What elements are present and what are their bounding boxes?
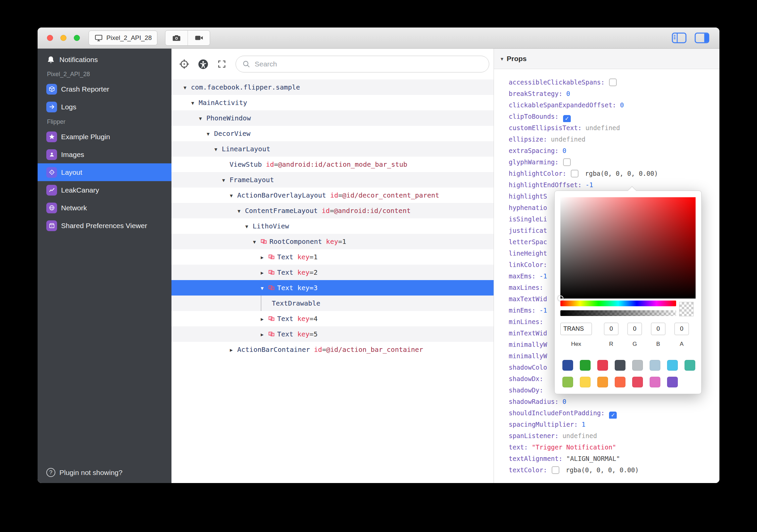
tree-node-actionbaroverlaylayout-id-decor-content-parent[interactable]: ▾ActionBarOverlayLayout id=@id/decor_con… bbox=[171, 188, 494, 203]
color-swatch[interactable] bbox=[615, 377, 625, 387]
prop-checkbox[interactable] bbox=[571, 170, 578, 177]
tree-node-textdrawable[interactable]: TextDrawable bbox=[171, 296, 494, 311]
chevron-down-icon[interactable]: ▾ bbox=[191, 96, 199, 110]
tree-node-contentframelayout-android-id-content[interactable]: ▾ContentFrameLayout id=@android:id/conte… bbox=[171, 203, 494, 218]
device-selector-button[interactable]: Pixel_2_API_28 bbox=[89, 31, 157, 45]
red-input[interactable] bbox=[604, 323, 618, 335]
tree-node-text-4[interactable]: ▸Text key=4 bbox=[171, 311, 494, 326]
hex-input[interactable] bbox=[560, 323, 592, 335]
sidebar-item-images[interactable]: Images bbox=[38, 146, 171, 163]
search-input[interactable] bbox=[254, 60, 483, 68]
hue-slider[interactable] bbox=[560, 301, 676, 306]
green-input[interactable] bbox=[627, 323, 642, 335]
tree-node-com-facebook-flipper-sample[interactable]: ▾com.facebook.flipper.sample bbox=[171, 79, 494, 95]
prop-checkbox[interactable] bbox=[609, 78, 617, 86]
screen-record-button[interactable] bbox=[188, 31, 210, 45]
tree-node-framelayout[interactable]: ▾FrameLayout bbox=[171, 172, 494, 188]
prop-value[interactable]: 0 bbox=[562, 398, 566, 405]
chevron-right-icon[interactable]: ▸ bbox=[230, 342, 237, 357]
sidebar-item-example-plugin[interactable]: Example Plugin bbox=[38, 128, 171, 146]
tree-node-text-1[interactable]: ▸Text key=1 bbox=[171, 249, 494, 265]
toggle-right-panel-button[interactable] bbox=[695, 33, 709, 43]
prop-value[interactable]: "ALIGN_NORMAL" bbox=[566, 455, 620, 462]
color-swatch[interactable] bbox=[597, 360, 608, 371]
color-swatch[interactable] bbox=[667, 377, 678, 387]
target-mode-button[interactable] bbox=[175, 55, 194, 73]
prop-value[interactable]: -1 bbox=[586, 181, 593, 189]
tree-node-text-3[interactable]: ▾Text key=3 bbox=[171, 280, 494, 296]
prop-value[interactable]: -1 bbox=[540, 307, 547, 314]
color-swatch[interactable] bbox=[562, 377, 573, 387]
prop-checkbox[interactable]: ✓ bbox=[563, 115, 571, 122]
tree-node-attr-value: 4 bbox=[313, 315, 317, 323]
chevron-down-icon[interactable]: ▾ bbox=[230, 188, 237, 203]
color-swatch[interactable] bbox=[650, 360, 660, 371]
color-swatch[interactable] bbox=[632, 377, 643, 387]
chevron-right-icon[interactable]: ▸ bbox=[261, 250, 268, 265]
prop-value[interactable]: 0 bbox=[620, 101, 624, 109]
chevron-right-icon[interactable]: ▸ bbox=[261, 327, 268, 342]
chevron-right-icon[interactable]: ▸ bbox=[261, 312, 268, 326]
chevron-down-icon[interactable]: ▾ bbox=[214, 142, 222, 157]
prop-value[interactable]: "Trigger Notification" bbox=[532, 443, 616, 451]
plugin-not-showing-link[interactable]: ? Plugin not showing? bbox=[46, 468, 122, 477]
screenshot-button[interactable] bbox=[165, 31, 188, 45]
tree-node-phonewindow[interactable]: ▾PhoneWindow bbox=[171, 110, 494, 126]
fullscreen-button[interactable] bbox=[74, 35, 80, 41]
prop-value[interactable]: -1 bbox=[540, 272, 547, 280]
tree-node-text-5[interactable]: ▸Text key=5 bbox=[171, 326, 494, 342]
chevron-down-icon[interactable]: ▾ bbox=[501, 56, 503, 62]
tree-node-mainactivity[interactable]: ▾MainActivity bbox=[171, 95, 494, 110]
chevron-down-icon[interactable]: ▾ bbox=[199, 111, 206, 126]
sidebar-item-shared-preferences-viewer[interactable]: Shared Preferences Viewer bbox=[38, 217, 171, 234]
saturation-knob[interactable] bbox=[558, 296, 563, 301]
prop-checkbox[interactable] bbox=[552, 466, 559, 474]
tree-node-rootcomponent-1[interactable]: ▾RootComponent key=1 bbox=[171, 234, 494, 249]
color-swatch[interactable] bbox=[562, 360, 573, 371]
saturation-picker[interactable] bbox=[560, 197, 696, 299]
tree-node-lithoview[interactable]: ▾LithoView bbox=[171, 218, 494, 234]
close-button[interactable] bbox=[47, 35, 53, 41]
color-swatch[interactable] bbox=[650, 377, 660, 387]
sidebar-item-notifications[interactable]: Notifications bbox=[38, 51, 171, 68]
chevron-down-icon[interactable]: ▾ bbox=[184, 80, 191, 95]
alpha-input[interactable] bbox=[674, 323, 689, 335]
color-swatch[interactable] bbox=[632, 360, 643, 371]
chevron-down-icon[interactable]: ▾ bbox=[207, 126, 214, 141]
color-swatch[interactable] bbox=[597, 377, 608, 387]
minimize-button[interactable] bbox=[60, 35, 66, 41]
color-swatch[interactable] bbox=[685, 360, 695, 371]
chevron-down-icon[interactable]: ▾ bbox=[238, 204, 245, 218]
chevron-down-icon[interactable]: ▾ bbox=[222, 173, 230, 188]
chevron-down-icon[interactable]: ▾ bbox=[253, 234, 260, 249]
prop-color-value[interactable]: rgba(0, 0, 0, 0.00) bbox=[585, 170, 658, 177]
color-swatch[interactable] bbox=[580, 360, 591, 371]
sidebar-item-crash-reporter[interactable]: Crash Reporter bbox=[38, 80, 171, 98]
prop-value[interactable]: 0 bbox=[566, 90, 570, 97]
prop-color-value[interactable]: rgba(0, 0, 0, 0.00) bbox=[566, 466, 639, 474]
tree-node-decorview[interactable]: ▾DecorView bbox=[171, 126, 494, 141]
prop-value[interactable]: 1 bbox=[582, 421, 585, 428]
accessibility-mode-button[interactable] bbox=[194, 55, 212, 73]
tree-node-actionbarcontainer-id-action-bar-container[interactable]: ▸ActionBarContainer id=@id/action_bar_co… bbox=[171, 342, 494, 357]
prop-checkbox[interactable] bbox=[563, 158, 571, 166]
blue-input[interactable] bbox=[651, 323, 665, 335]
color-swatch[interactable] bbox=[615, 360, 625, 371]
alpha-slider[interactable] bbox=[560, 310, 676, 316]
prop-value[interactable]: 0 bbox=[562, 147, 566, 154]
chevron-down-icon[interactable]: ▾ bbox=[261, 281, 268, 296]
expand-all-button[interactable] bbox=[212, 55, 231, 73]
tree-node-text-2[interactable]: ▸Text key=2 bbox=[171, 265, 494, 280]
sidebar-item-layout[interactable]: Layout bbox=[38, 163, 171, 181]
chevron-down-icon[interactable]: ▾ bbox=[245, 219, 253, 234]
sidebar-item-leakcanary[interactable]: LeakCanary bbox=[38, 181, 171, 199]
toggle-left-panel-button[interactable] bbox=[672, 33, 687, 43]
tree-node-linearlayout[interactable]: ▾LinearLayout bbox=[171, 141, 494, 157]
color-swatch[interactable] bbox=[580, 377, 591, 387]
sidebar-item-logs[interactable]: Logs bbox=[38, 98, 171, 116]
sidebar-item-network[interactable]: Network bbox=[38, 199, 171, 217]
prop-checkbox[interactable]: ✓ bbox=[609, 412, 617, 419]
tree-node-viewstub-android-id-action-mode-bar-stub[interactable]: ViewStub id=@android:id/action_mode_bar_… bbox=[171, 157, 494, 172]
color-swatch[interactable] bbox=[667, 360, 678, 371]
chevron-right-icon[interactable]: ▸ bbox=[261, 265, 268, 280]
